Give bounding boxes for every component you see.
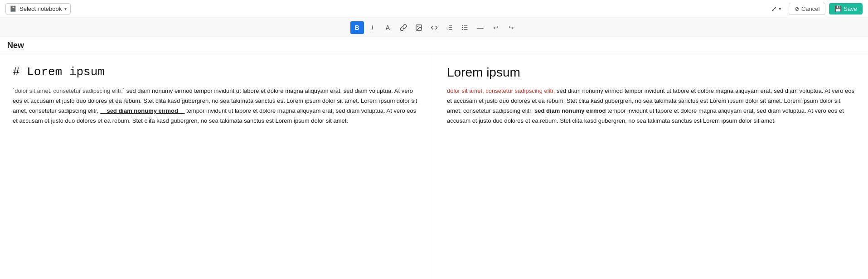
notebook-selector[interactable]: 📓 Select notebook ▾ (5, 3, 71, 14)
save-button[interactable]: 💾 Save (829, 3, 863, 14)
editor-bold-underline: __sed diam nonumy eirmod__ (100, 107, 184, 114)
cancel-button[interactable]: ⊘ Cancel (789, 3, 825, 15)
svg-text:3: 3 (446, 28, 448, 30)
preview-body: dolor sit amet, consetetur sadipscing el… (447, 86, 855, 126)
redo-button[interactable]: ↪ (504, 21, 518, 34)
expand-icon: ⤢ (771, 5, 777, 13)
editor-toolbar: B I A 123 — ↩ ↪ (0, 18, 868, 37)
top-bar: 📓 Select notebook ▾ ⤢ ▾ ⊘ Cancel 💾 Save (0, 0, 868, 18)
undo-button[interactable]: ↩ (489, 21, 503, 34)
save-icon: 💾 (834, 5, 842, 12)
notebook-selector-label: Select notebook (19, 5, 62, 12)
svg-point-12 (462, 27, 463, 28)
code-button[interactable] (427, 21, 441, 34)
save-label: Save (844, 5, 857, 12)
chevron-down-icon: ▾ (64, 6, 67, 11)
expand-chevron-icon: ▾ (779, 6, 781, 12)
top-bar-actions: ⤢ ▾ ⊘ Cancel 💾 Save (767, 3, 863, 15)
cancel-icon: ⊘ (795, 5, 800, 12)
image-button[interactable] (412, 21, 426, 34)
link-button[interactable] (397, 21, 410, 34)
editor-pane[interactable]: # Lorem ipsum `dolor sit amet, consetetu… (0, 54, 434, 279)
notebook-icon: 📓 (10, 5, 17, 12)
expand-button[interactable]: ⤢ ▾ (767, 3, 785, 15)
hr-button[interactable]: — (474, 21, 487, 34)
svg-point-11 (462, 25, 463, 26)
italic-button[interactable]: I (366, 21, 379, 34)
preview-highlighted-text: dolor sit amet, consetetur sadipscing el… (447, 87, 555, 94)
cancel-label: Cancel (801, 5, 820, 12)
preview-bold-text: sed diam nonumy eirmod (534, 107, 606, 114)
editor-body[interactable]: `dolor sit amet, consetetur sadipscing e… (13, 86, 421, 126)
font-button[interactable]: A (381, 21, 395, 34)
main-content: # Lorem ipsum `dolor sit amet, consetetu… (0, 54, 868, 279)
unordered-list-button[interactable] (458, 21, 472, 34)
bold-button[interactable]: B (350, 21, 364, 34)
section-title: New (7, 41, 24, 50)
ordered-list-button[interactable]: 123 (443, 21, 456, 34)
preview-heading: Lorem ipsum (447, 65, 855, 80)
editor-heading: # Lorem ipsum (13, 65, 421, 79)
editor-backtick-text: `dolor sit amet, consetetur sadipscing e… (13, 87, 125, 94)
preview-pane: Lorem ipsum dolor sit amet, consetetur s… (434, 54, 868, 279)
svg-point-13 (462, 29, 463, 30)
svg-point-1 (417, 26, 418, 27)
section-header: New (0, 37, 868, 54)
